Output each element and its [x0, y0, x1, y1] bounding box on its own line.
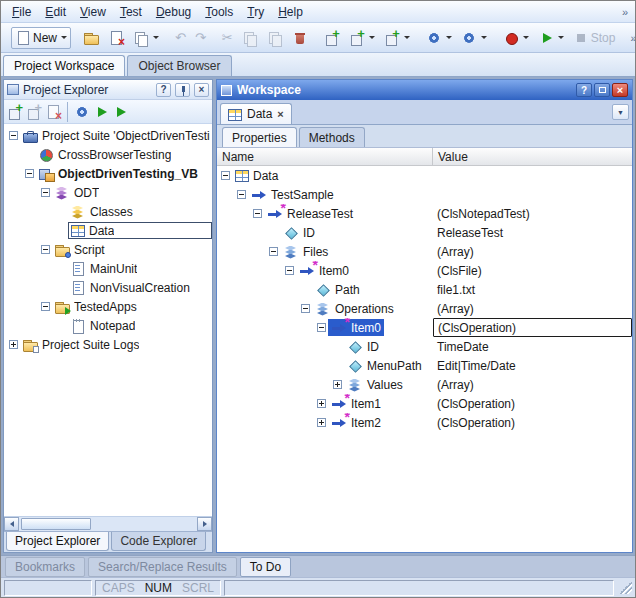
copy-button[interactable] [238, 27, 262, 49]
add-item-button-disabled[interactable] [26, 104, 42, 120]
tree-item-project-suite[interactable]: Project Suite 'ObjectDrivenTestin [4, 126, 212, 145]
tab-methods[interactable]: Methods [299, 127, 365, 147]
tab-project-explorer[interactable]: Project Explorer [6, 532, 109, 551]
menu-try[interactable]: Try [240, 3, 271, 21]
tree-item-objectdriventesting-vb[interactable]: ObjectDrivenTesting_VB [4, 164, 212, 183]
expander-expanded-icon[interactable] [269, 247, 278, 256]
expander-expanded-icon[interactable] [253, 209, 262, 218]
tree-item-script[interactable]: Script [4, 240, 212, 259]
tab-object-browser[interactable]: Object Browser [127, 55, 231, 76]
table-row[interactable]: Item0 (ClsFile) [217, 261, 632, 280]
add-project-button[interactable] [7, 104, 23, 120]
tab-code-explorer[interactable]: Code Explorer [111, 532, 206, 551]
remove-item-button-disabled[interactable] [45, 104, 61, 120]
tab-properties[interactable]: Properties [222, 127, 297, 147]
pin-icon[interactable] [175, 83, 190, 97]
tab-to-do[interactable]: To Do [240, 557, 291, 577]
tree-item-odt[interactable]: ODT [4, 183, 212, 202]
horizontal-scrollbar[interactable] [4, 516, 212, 531]
table-row[interactable]: Path file1.txt [217, 280, 632, 299]
options-button[interactable] [422, 27, 456, 49]
table-row[interactable]: Item1 (ClsOperation) [217, 394, 632, 413]
workspace-restore-button[interactable] [594, 83, 610, 97]
expander-collapsed-icon[interactable] [9, 340, 18, 349]
properties-button[interactable] [74, 104, 90, 120]
table-row[interactable]: MenuPath Edit|Time/Date [217, 356, 632, 375]
tab-project-workspace[interactable]: Project Workspace [3, 55, 125, 76]
tree-item-mainunit[interactable]: MainUnit [4, 259, 212, 278]
redo-button[interactable]: ↷ [191, 27, 210, 49]
menu-tools[interactable]: Tools [198, 3, 240, 21]
stop-button[interactable]: Stop [569, 27, 620, 49]
new-button[interactable]: New [11, 27, 71, 49]
expander-expanded-icon[interactable] [301, 304, 310, 313]
expander-collapsed-icon[interactable] [317, 418, 326, 427]
delete-button[interactable] [288, 27, 312, 49]
scrollbar-track[interactable] [19, 517, 197, 531]
menu-help[interactable]: Help [271, 3, 310, 21]
table-row[interactable]: Files (Array) [217, 242, 632, 261]
menu-test[interactable]: Test [113, 3, 149, 21]
table-row[interactable]: ReleaseTest (ClsNotepadTest) [217, 204, 632, 223]
expander-expanded-icon[interactable] [41, 245, 50, 254]
tab-data-document[interactable]: Data × [220, 103, 292, 124]
open-button[interactable] [79, 27, 103, 49]
table-row[interactable]: ID ReleaseTest [217, 223, 632, 242]
expander-collapsed-icon[interactable] [317, 399, 326, 408]
expander-expanded-icon[interactable] [317, 323, 326, 332]
run-project-button[interactable] [93, 104, 109, 120]
menu-view[interactable]: View [73, 3, 113, 21]
add-existing-project-button[interactable] [345, 27, 379, 49]
tab-close-icon[interactable]: × [277, 108, 283, 120]
cut-button[interactable]: ✂ [218, 27, 237, 49]
workspace-close-button[interactable]: × [612, 83, 628, 97]
resize-grip[interactable] [619, 581, 632, 594]
add-new-project-button[interactable] [320, 27, 344, 49]
run-suite-button[interactable] [112, 104, 128, 120]
tree-item-nonvisualcreation[interactable]: NonVisualCreation [4, 278, 212, 297]
expander-expanded-icon[interactable] [237, 190, 246, 199]
panel-help-button[interactable]: ? [156, 83, 171, 97]
add-item-button[interactable] [380, 27, 414, 49]
document-list-dropdown[interactable]: ▼ [612, 104, 629, 120]
table-row[interactable]: Item2 (ClsOperation) [217, 413, 632, 432]
expander-expanded-icon[interactable] [41, 188, 50, 197]
column-header-name[interactable]: Name [217, 148, 433, 165]
services-button[interactable] [457, 27, 491, 49]
table-row[interactable]: TestSample [217, 185, 632, 204]
panel-close-button[interactable]: × [194, 83, 209, 97]
tree-item-crossbrowsertesting[interactable]: CrossBrowserTesting [4, 145, 212, 164]
add-new-item-button[interactable] [129, 27, 163, 49]
expander-expanded-icon[interactable] [41, 302, 50, 311]
expander-expanded-icon[interactable] [9, 131, 18, 140]
table-row[interactable]: Values (Array) [217, 375, 632, 394]
run-test-button[interactable] [534, 27, 568, 49]
workspace-help-button[interactable]: ? [576, 83, 592, 97]
expander-expanded-icon[interactable] [285, 266, 294, 275]
column-header-value[interactable]: Value [433, 148, 632, 165]
table-row[interactable]: ID TimeDate [217, 337, 632, 356]
paste-button[interactable] [263, 27, 287, 49]
scrollbar-thumb[interactable] [21, 518, 91, 530]
tree-item-project-suite-logs[interactable]: Project Suite Logs [4, 335, 212, 354]
scroll-right-button[interactable] [197, 517, 212, 531]
menu-debug[interactable]: Debug [149, 3, 198, 21]
expander-expanded-icon[interactable] [25, 169, 34, 178]
tab-bookmarks[interactable]: Bookmarks [5, 557, 85, 577]
menu-edit[interactable]: Edit [38, 3, 73, 21]
scroll-left-button[interactable] [4, 517, 19, 531]
expander-collapsed-icon[interactable] [333, 380, 342, 389]
tree-item-testedapps[interactable]: TestedApps [4, 297, 212, 316]
undo-button[interactable]: ↶ [171, 27, 190, 49]
expander-expanded-icon[interactable] [221, 171, 230, 180]
table-row-selected[interactable]: Item0 (ClsOperation) [217, 318, 632, 337]
toolbar-overflow-chevron[interactable]: » [627, 32, 636, 44]
menu-file[interactable]: File [5, 3, 38, 21]
tree-item-classes[interactable]: Classes [4, 202, 212, 221]
table-row[interactable]: Operations (Array) [217, 299, 632, 318]
tree-item-notepad[interactable]: Notepad [4, 316, 212, 335]
record-test-button[interactable] [499, 27, 533, 49]
close-project-button[interactable] [104, 27, 128, 49]
menu-overflow-chevron[interactable]: » [619, 6, 631, 18]
tab-search-replace-results[interactable]: Search/Replace Results [88, 557, 237, 577]
